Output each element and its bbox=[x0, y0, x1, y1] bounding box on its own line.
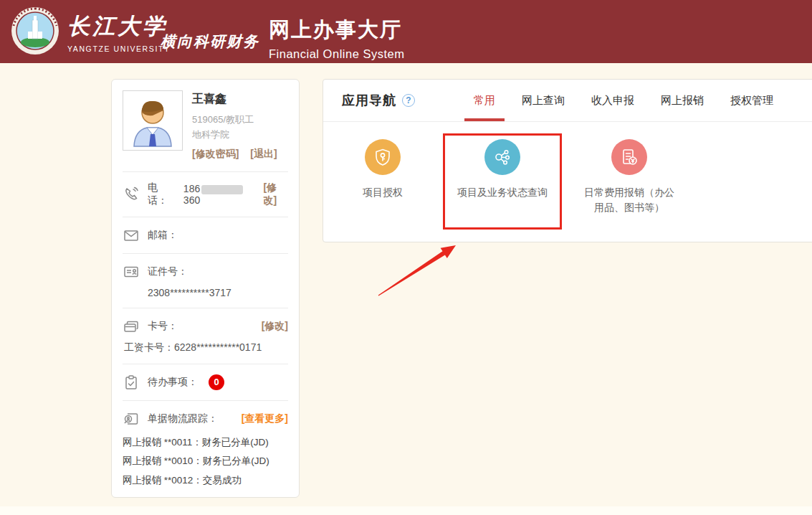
user-info-panel: 王喜鑫 519065/教职工 地科学院 [修改密码] [退出] 电话： 1863… bbox=[111, 79, 300, 498]
phone-row: 电话： 186360 [修改] bbox=[123, 171, 288, 217]
todo-row: 待办事项： 0 bbox=[123, 364, 288, 400]
id-number-value: 2308**********3717 bbox=[123, 287, 288, 298]
app-label: 项目及业务状态查询 bbox=[457, 185, 548, 200]
tab-online-query[interactable]: 网上查询 bbox=[522, 80, 565, 121]
app-label: 日常费用报销（办公用品、图书等） bbox=[583, 185, 676, 215]
tracking-item: 网上报销 **0012：交易成功 bbox=[123, 471, 288, 490]
profile-section: 王喜鑫 519065/教职工 地科学院 [修改密码] [退出] bbox=[123, 80, 288, 171]
modify-phone-link[interactable]: [修改] bbox=[263, 181, 288, 207]
tab-changyong[interactable]: 常用 bbox=[474, 80, 495, 121]
email-label: 邮箱： bbox=[148, 229, 178, 242]
portal-title: 网上办事大厅 bbox=[269, 16, 404, 44]
email-row: 邮箱： bbox=[123, 217, 288, 253]
app-project-business-status-query[interactable]: 项目及业务状态查询 bbox=[456, 139, 549, 200]
header-bar: 长江大学 YANGTZE UNIVERSITY 横向科研财务 网上办事大厅 Fi… bbox=[0, 0, 812, 63]
department-name: 横向科研财务 bbox=[161, 32, 259, 52]
tab-income-declare[interactable]: 收入申报 bbox=[591, 80, 634, 121]
tracking-item: 网上报销 **0011：财务已分单(JD) bbox=[123, 433, 288, 452]
app-daily-expense-reimbursement[interactable]: 日常费用报销（办公用品、图书等） bbox=[583, 139, 676, 215]
university-logo-icon bbox=[11, 7, 59, 55]
salary-card-value: 工资卡号：6228***********0171 bbox=[123, 341, 288, 354]
help-icon[interactable]: ? bbox=[402, 94, 415, 107]
id-card-section: 证件号： 2308**********3717 bbox=[123, 253, 288, 308]
nav-title: 应用导航 bbox=[342, 92, 396, 109]
user-college: 地科学院 bbox=[192, 127, 277, 142]
tracking-section: 单据物流跟踪： [查看更多] 网上报销 **0011：财务已分单(JD) 网上报… bbox=[123, 400, 288, 499]
id-number-label: 证件号： bbox=[148, 265, 188, 278]
tracking-search-icon bbox=[123, 410, 140, 427]
tab-auth-manage[interactable]: 授权管理 bbox=[730, 80, 773, 121]
user-name: 王喜鑫 bbox=[192, 92, 277, 107]
user-staff-id: 519065/教职工 bbox=[192, 112, 277, 127]
app-navigation-panel: 应用导航 ? 常用 网上查询 收入申报 网上报销 授权管理 项目授权 bbox=[323, 79, 812, 242]
shield-key-icon bbox=[365, 139, 401, 175]
phone-redaction bbox=[201, 185, 243, 194]
todo-count-badge[interactable]: 0 bbox=[209, 374, 224, 390]
university-name-cn: 长江大学 bbox=[67, 11, 171, 42]
page-bottom-strip bbox=[0, 506, 812, 515]
bank-card-section: 卡号： [修改] 工资卡号：6228***********0171 bbox=[123, 308, 288, 364]
tracking-item: 网上报销 **0010：财务已分单(JD) bbox=[123, 452, 288, 471]
annotation-arrow-icon bbox=[373, 241, 462, 300]
modify-card-link[interactable]: [修改] bbox=[262, 320, 288, 333]
invoice-yen-icon bbox=[611, 139, 647, 175]
bank-card-icon bbox=[123, 318, 140, 335]
card-number-label: 卡号： bbox=[148, 320, 178, 333]
email-icon bbox=[123, 227, 140, 244]
tab-online-reimburse[interactable]: 网上报销 bbox=[661, 80, 704, 121]
portal-subtitle: Financial Online System bbox=[269, 47, 404, 61]
logout-link[interactable]: [退出] bbox=[250, 148, 277, 161]
phone-label: 电话： bbox=[148, 181, 176, 207]
university-name-en: YANGTZE UNIVERSITY bbox=[67, 44, 171, 53]
phone-icon bbox=[123, 186, 140, 203]
tab-bar: 应用导航 ? 常用 网上查询 收入申报 网上报销 授权管理 bbox=[323, 80, 812, 122]
app-grid: 项目授权 项目及业务状态查询 bbox=[323, 122, 812, 242]
todo-label: 待办事项： bbox=[148, 376, 198, 389]
tracking-label: 单据物流跟踪： bbox=[148, 412, 218, 425]
view-more-link[interactable]: [查看更多] bbox=[242, 412, 288, 425]
app-label: 项目授权 bbox=[363, 185, 403, 200]
id-card-icon bbox=[123, 263, 140, 280]
change-password-link[interactable]: [修改密码] bbox=[192, 148, 239, 161]
phone-value: 186360 bbox=[183, 183, 256, 206]
avatar bbox=[123, 90, 183, 151]
app-project-authorization[interactable]: 项目授权 bbox=[336, 139, 429, 200]
share-network-icon bbox=[484, 139, 520, 175]
todo-clipboard-icon bbox=[123, 374, 140, 391]
